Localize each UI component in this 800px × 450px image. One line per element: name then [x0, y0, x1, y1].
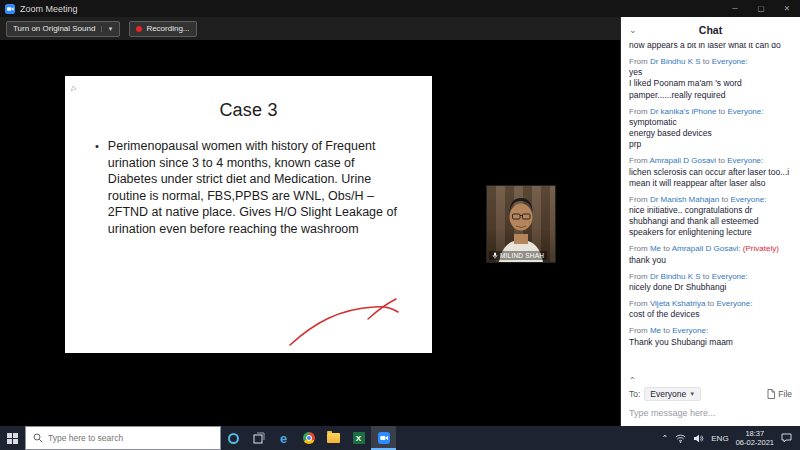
maximize-button[interactable]: ▢: [748, 0, 774, 17]
edge-icon[interactable]: e: [271, 426, 296, 450]
chat-message: From Me to Everyone: Thank you Shubangi …: [629, 326, 792, 347]
chevron-down-icon: ▼: [689, 391, 695, 397]
chat-footer: ⌃ To: Everyone ▼ File: [621, 375, 800, 426]
file-icon: [767, 389, 775, 399]
close-button[interactable]: ✕: [774, 0, 800, 17]
recording-icon: [136, 26, 142, 32]
chat-title: Chat: [699, 24, 722, 36]
original-sound-label: Turn on Original Sound: [13, 24, 95, 33]
wifi-icon[interactable]: [675, 434, 686, 443]
volume-icon[interactable]: [693, 434, 704, 443]
minimize-button[interactable]: ─: [722, 0, 748, 17]
zoom-taskbar-icon[interactable]: [371, 426, 396, 450]
chevron-down-icon[interactable]: ⌄: [629, 26, 637, 35]
system-tray: ⌃ ENG 18:37 06-02-2021: [654, 426, 800, 450]
clock-time: 18:37: [736, 429, 774, 438]
clock-date: 06-02-2021: [736, 438, 774, 447]
cortana-icon[interactable]: [221, 426, 246, 450]
participant-name-tag: MILIND SHAH: [489, 251, 547, 260]
chat-message-header: From Dr Bindhu K S to Everyone:: [629, 57, 792, 67]
chat-message: From Amrapali D Gosavi to Everyone: lich…: [629, 156, 792, 188]
file-label: File: [778, 389, 792, 399]
chevron-down-icon[interactable]: ▼: [101, 26, 113, 32]
chat-message-body: symptomaticenergy based devicesprp: [629, 117, 792, 150]
recipient-value: Everyone: [650, 389, 686, 399]
chat-message-body: Thank you Shubangi maam: [629, 337, 792, 348]
recording-indicator[interactable]: Recording...: [129, 21, 196, 37]
chat-message-header: From Me to Everyone:: [629, 326, 792, 336]
chat-message-header: From Vijeta Kshatriya to Everyone:: [629, 299, 792, 309]
meeting-toolbar: Turn on Original Sound ▼ Recording...: [0, 17, 620, 40]
chat-message-header: From Dr Bindhu K S to Everyone:: [629, 272, 792, 282]
search-icon: [33, 433, 43, 443]
chat-message-body: thank you: [629, 255, 792, 266]
participant-video[interactable]: MILIND SHAH: [487, 186, 555, 262]
participant-name: MILIND SHAH: [500, 252, 544, 259]
presentation-slide: Case 3 • Perimenopausal women with histo…: [65, 76, 432, 353]
search-input[interactable]: [48, 433, 213, 443]
chat-message: From Vijeta Kshatriya to Everyone: cost …: [629, 299, 792, 320]
task-view-icon[interactable]: [246, 426, 271, 450]
red-pen-annotation: [284, 295, 404, 350]
zoom-app-icon: [5, 4, 15, 14]
language-indicator[interactable]: ENG: [711, 434, 728, 443]
taskbar-search[interactable]: [25, 426, 221, 450]
titlebar: Zoom Meeting ─ ▢ ✕: [0, 0, 800, 17]
slide-bullet-text: Perimenopausal women with history of Fre…: [108, 138, 398, 237]
screen-share-stage: Case 3 • Perimenopausal women with histo…: [0, 40, 620, 426]
file-button[interactable]: File: [767, 389, 792, 399]
action-center-icon[interactable]: [781, 433, 792, 443]
chat-message: From Dr Bindhu K S to Everyone: nicely d…: [629, 272, 792, 293]
recording-label: Recording...: [146, 24, 189, 33]
excel-icon[interactable]: X: [346, 426, 371, 450]
chat-message-body: yesI liked Poonam ma'am 's word pamper..…: [629, 67, 792, 100]
taskbar: e X ⌃ ENG 18:37 06-02-2021: [0, 426, 800, 450]
mic-icon: [492, 252, 498, 259]
chat-message: From Dr Manish Mahajan to Everyone: nice…: [629, 195, 792, 239]
chat-message-body: lichen sclerosis can occur after laser t…: [629, 167, 792, 189]
original-sound-button[interactable]: Turn on Original Sound ▼: [6, 21, 120, 37]
meeting-area: Turn on Original Sound ▼ Recording... Ca…: [0, 17, 620, 426]
recipient-dropdown[interactable]: Everyone ▼: [644, 387, 701, 401]
chat-to-row: To: Everyone ▼ File: [629, 387, 792, 401]
windows-logo-icon: [7, 433, 18, 444]
bullet-marker: •: [95, 138, 99, 237]
app-body: Turn on Original Sound ▼ Recording... Ca…: [0, 17, 800, 426]
chevron-up-icon[interactable]: ⌃: [629, 376, 792, 385]
chat-message-header: From Amrapali D Gosavi to Everyone:: [629, 156, 792, 166]
slide-bullet: • Perimenopausal women with history of F…: [95, 138, 398, 237]
hidden-icons-chevron[interactable]: ⌃: [662, 434, 669, 443]
chat-message: From Dr Bindhu K S to Everyone: yesI lik…: [629, 57, 792, 101]
chat-message-list[interactable]: now appears a bit in laser what it can d…: [621, 43, 800, 375]
start-button[interactable]: [0, 426, 25, 450]
zoom-window: Zoom Meeting ─ ▢ ✕ Turn on Original Soun…: [0, 0, 800, 450]
to-label: To:: [629, 389, 640, 399]
chrome-icon[interactable]: [296, 426, 321, 450]
chat-message: From Dr kanika's iPhone to Everyone: sym…: [629, 107, 792, 151]
window-title: Zoom Meeting: [20, 4, 78, 14]
annotation-cursor-icon: [70, 84, 78, 92]
file-explorer-icon[interactable]: [321, 426, 346, 450]
chat-message-header: From Me to Amrapali D Gosavi: (Privately…: [629, 244, 792, 254]
chat-message-body: nice initiative.. congratulations dr shu…: [629, 205, 792, 238]
chat-input[interactable]: [629, 408, 792, 418]
chat-message: now appears a bit in laser what it can d…: [629, 43, 792, 51]
chat-message-body: nicely done Dr Shubhangi: [629, 282, 792, 293]
chat-panel: ⌄ Chat now appears a bit in laser what i…: [620, 17, 800, 426]
clock[interactable]: 18:37 06-02-2021: [736, 429, 774, 448]
chat-message-header: From Dr kanika's iPhone to Everyone:: [629, 107, 792, 117]
chat-header: ⌄ Chat: [621, 17, 800, 43]
chat-message-body: now appears a bit in laser what it can d…: [629, 43, 792, 51]
chat-message-header: From Dr Manish Mahajan to Everyone:: [629, 195, 792, 205]
window-controls: ─ ▢ ✕: [722, 0, 800, 17]
chat-message-body: cost of the devices: [629, 309, 792, 320]
slide-title: Case 3: [65, 100, 432, 121]
chat-message: From Me to Amrapali D Gosavi: (Privately…: [629, 244, 792, 265]
